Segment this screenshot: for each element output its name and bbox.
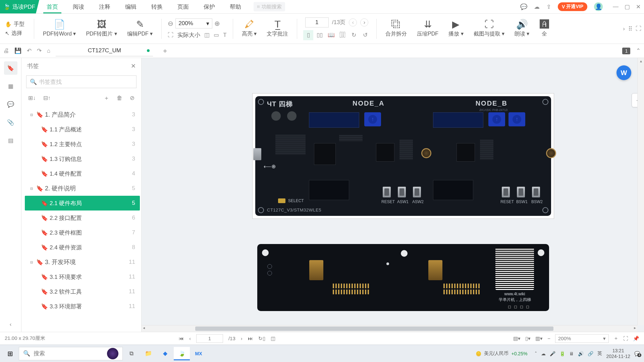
menu-read[interactable]: 阅读 [65, 0, 92, 13]
comments-rail-button[interactable]: 💬 [4, 98, 17, 111]
text-annotation-button[interactable]: T̲文字批注 [264, 20, 291, 38]
status-zoom-out[interactable]: − [547, 336, 550, 341]
ribbon-expand-icon[interactable]: ⛶ [636, 25, 641, 32]
menu-home[interactable]: 首页 [39, 0, 65, 13]
delete-bookmark-button[interactable]: 🗑 [117, 95, 122, 102]
zoom-in-button[interactable]: ⊕ [214, 19, 220, 27]
vertical-scrollbar[interactable]: ▴ [637, 58, 644, 325]
tab-counter[interactable]: 1 [622, 48, 630, 54]
taskbar-clock[interactable]: 13:21 2024-11-12 [606, 348, 630, 359]
close-button[interactable]: ✕ [636, 3, 641, 10]
save-button[interactable]: 💾 [14, 47, 21, 54]
fit-width-icon[interactable]: ◫ [204, 32, 210, 39]
bookmark-item[interactable]: 🔖1.1 产品概述3 [25, 122, 140, 137]
battery-icon[interactable]: 🔋 [559, 351, 565, 356]
bookmark-item[interactable]: ⊟🔖2. 硬件说明5 [25, 181, 140, 196]
single-page-view[interactable]: ▯ [303, 30, 313, 40]
page-input[interactable]: 1 [305, 17, 329, 27]
hand-tool[interactable]: ✋手型 [5, 21, 24, 28]
rotate-cw-button[interactable]: ↻ [349, 30, 359, 40]
bookmark-item[interactable]: 🔖2.2 接口配置6 [25, 210, 140, 225]
zoom-out-button[interactable]: ⊖ [168, 19, 173, 27]
rotate-ccw-button[interactable]: ↺ [360, 30, 370, 40]
collapse-all-button[interactable]: ⊟↑ [43, 95, 51, 102]
text-fit-icon[interactable]: T [223, 32, 226, 39]
bookmark-item[interactable]: 🔖3.1 环境要求11 [25, 269, 140, 284]
rail-collapse-button[interactable]: ‹ [10, 321, 12, 328]
select-tool[interactable]: ↖选择 [5, 30, 22, 37]
explorer-taskbar-icon[interactable]: 📁 [140, 347, 156, 360]
next-page-button[interactable]: › [360, 18, 368, 26]
redo-button[interactable]: ↷ [37, 47, 42, 54]
continuous-view[interactable]: ⿲ [337, 30, 347, 40]
layers-rail-button[interactable]: ▤ [4, 134, 17, 147]
ribbon-grip-icon[interactable]: ⠿ [628, 25, 632, 32]
avatar[interactable]: 👤 [594, 2, 603, 11]
read-aloud-button[interactable]: 🔊朗读 ▾ [512, 20, 532, 38]
book-view[interactable]: 📖 [326, 30, 336, 40]
fit-icon[interactable]: ⛶ [168, 32, 173, 39]
bookmark-item[interactable]: 🔖1.3 订购信息3 [25, 152, 140, 166]
fullscreen-button[interactable]: ⛶ [623, 336, 628, 341]
next-page-button[interactable]: › [241, 336, 243, 341]
notifications-button[interactable]: 💬4 [634, 351, 640, 356]
attachments-rail-button[interactable]: 📎 [4, 116, 17, 129]
undo-button[interactable]: ↶ [27, 47, 32, 54]
menu-annotate[interactable]: 注释 [92, 0, 118, 13]
compress-button[interactable]: ⇊压缩PDF [414, 20, 441, 38]
monitor-icon[interactable]: 🖥 [569, 351, 574, 356]
cloud-upload-icon[interactable]: ☁ [534, 3, 540, 10]
scrollbar-thumb[interactable] [195, 326, 553, 331]
two-page-view[interactable]: ▯▯ [315, 30, 325, 40]
menu-convert[interactable]: 转换 [144, 0, 170, 13]
expand-all-button[interactable]: ⊞↓ [28, 95, 36, 102]
pin-button[interactable]: 📌 [633, 336, 639, 342]
pdf-to-word-button[interactable]: 📄PDF转Word ▾ [40, 20, 78, 38]
collapse-toggle-icon[interactable]: ⊟ [29, 187, 34, 190]
bookmark-item[interactable]: 🔖3.2 软件工具11 [25, 284, 140, 299]
bookmark-item[interactable]: 🔖3.3 环境部署11 [25, 299, 140, 314]
bookmark-settings-button[interactable]: ⊘ [130, 95, 135, 102]
merge-split-button[interactable]: ⿻合并拆分 [383, 20, 410, 38]
sync-icon[interactable]: 🔗 [588, 351, 593, 356]
translate-button[interactable]: 🅰全 [537, 20, 552, 38]
task-view-button[interactable]: ⧉ [123, 347, 140, 360]
chat-icon[interactable]: 💬 [520, 3, 527, 10]
collapse-toggle-icon[interactable]: ⊟ [29, 113, 34, 117]
play-button[interactable]: ▶播放 ▾ [446, 20, 466, 38]
horizontal-scrollbar[interactable]: ◂ ▸ [142, 325, 637, 332]
status-zoom-in[interactable]: ＋ [613, 335, 619, 342]
zoom-select[interactable]: 200%▾ [175, 18, 212, 28]
edit-pdf-button[interactable]: ✎编辑PDF ▾ [124, 20, 155, 38]
xundu-taskbar-icon[interactable]: 🍃 [174, 347, 190, 360]
home-button[interactable]: ⌂ [47, 48, 50, 54]
bookmarks-rail-button[interactable]: 🔖 [4, 61, 17, 75]
collapse-toggle-icon[interactable]: ⊟ [29, 260, 34, 264]
bookmark-item[interactable]: ⊟🔖3. 开发环境11 [25, 255, 140, 269]
pdf-to-image-button[interactable]: 🖼PDF转图片 ▾ [83, 20, 119, 38]
highlight-button[interactable]: 🖍高亮 ▾ [239, 20, 259, 38]
bookmark-item[interactable]: 🔖2.3 硬件框图7 [25, 225, 140, 240]
menu-protect[interactable]: 保护 [196, 0, 222, 13]
rotate-view-button[interactable]: ↻▯ [258, 336, 265, 342]
bookmark-item[interactable]: 🔖1.2 主要特点3 [25, 137, 140, 152]
taskbar-search[interactable]: 🔍 搜索 [19, 347, 123, 360]
last-page-button[interactable]: ⏭ [248, 336, 253, 341]
thumbnails-rail-button[interactable]: ▦ [4, 79, 17, 93]
new-tab-button[interactable]: ＋ [162, 46, 168, 55]
layout-button[interactable]: ▥▾ [535, 336, 543, 342]
prev-page-button[interactable]: ‹ [349, 18, 357, 26]
actual-size-button[interactable]: 实际大小 [177, 31, 200, 39]
status-page-input[interactable]: 1 [196, 334, 223, 343]
add-bookmark-button[interactable]: ＋ [104, 94, 109, 102]
menu-help[interactable]: 帮助 [222, 0, 249, 13]
first-page-button[interactable]: ⏮ [179, 336, 184, 341]
scroll-lock-button[interactable]: ▤▾ [513, 336, 521, 342]
mx-taskbar-icon[interactable]: MX [191, 347, 207, 360]
status-zoom-select[interactable]: 200%▾ [555, 334, 609, 343]
bookmark-item[interactable]: ⊟🔖1. 产品简介3 [25, 107, 140, 122]
screenshot-button[interactable]: ⛶截图与提取 ▾ [471, 20, 507, 38]
function-search[interactable]: ⌗ 功能搜索 [254, 2, 285, 11]
bookmarks-close-button[interactable]: ✕ [131, 62, 136, 70]
weather-icon[interactable]: ☁ [541, 351, 546, 356]
